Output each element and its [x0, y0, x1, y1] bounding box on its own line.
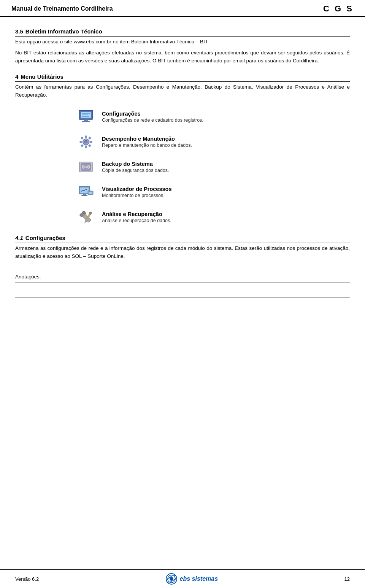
footer-page-number: 12	[344, 576, 350, 582]
list-item: Backup do Sistema Cópia de segurança dos…	[76, 157, 289, 177]
svg-rect-28	[81, 195, 87, 196]
section-35-heading: 3.5 Boletim Informativo Técnico	[15, 28, 350, 37]
section-35-number: 3.5	[15, 28, 23, 35]
anotacoes-line	[15, 283, 350, 283]
anotacoes-line	[15, 290, 350, 290]
visualizador-icon	[76, 182, 96, 202]
backup-desc: Cópia de segurança dos dados.	[102, 168, 169, 173]
page-footer: Versão 6.2 ebs sistemas 12	[0, 569, 365, 588]
bit-para1: No BIT estão relacionadas as alterações …	[15, 49, 350, 65]
svg-rect-16	[88, 144, 91, 147]
header-title: Manual de Treinamento Cordilheira	[11, 5, 113, 12]
section-41-heading: 4.1 Configurações	[15, 235, 350, 243]
desempenho-icon	[76, 132, 96, 152]
visualizador-text: Visualizador de Processos Monitoramento …	[102, 186, 171, 198]
backup-icon	[76, 157, 96, 177]
analise-title: Análise e Recuperação	[102, 211, 171, 217]
svg-rect-15	[81, 144, 83, 147]
anotacoes-lines	[15, 283, 350, 297]
section-4-number: 4	[15, 73, 18, 80]
desempenho-title: Desempenho e Manutenção	[102, 136, 192, 142]
svg-rect-12	[90, 141, 92, 143]
svg-rect-27	[83, 194, 86, 195]
menu-intro: Contém as ferramentas para as Configuraç…	[15, 83, 350, 99]
desempenho-text: Desempenho e Manutenção Reparo e manuten…	[102, 136, 192, 148]
svg-point-21	[83, 166, 84, 168]
ebs-logo-icon	[165, 573, 178, 585]
svg-rect-3	[82, 121, 90, 122]
configuracoes-title: Configurações	[102, 111, 203, 117]
configuracoes-text: Configurações Configurações de rede e ca…	[102, 111, 203, 123]
analise-desc: Análise e recuperação de dados.	[102, 218, 171, 223]
svg-rect-10	[85, 146, 87, 148]
list-item: Desempenho e Manutenção Reparo e manuten…	[76, 132, 289, 152]
page-header: Manual de Treinamento Cordilheira C G S	[0, 0, 365, 17]
svg-rect-13	[81, 137, 83, 139]
main-content: 3.5 Boletim Informativo Técnico Esta opç…	[0, 17, 365, 569]
configuracoes-icon	[76, 107, 96, 127]
desempenho-desc: Reparo e manutenção no banco de dados.	[102, 143, 192, 148]
analise-icon	[76, 207, 96, 227]
svg-point-22	[88, 166, 89, 168]
config-para: Armazena as configurações de rede e a in…	[15, 245, 350, 261]
backup-text: Backup do Sistema Cópia de segurança dos…	[102, 161, 169, 173]
svg-rect-2	[84, 119, 88, 121]
section-35-title: Boletim Informativo Técnico	[25, 28, 102, 35]
section-41-title: Configurações	[25, 235, 65, 241]
bit-intro: Esta opção acessa o site www.ebs.com.br …	[15, 38, 350, 46]
footer-logo-area: ebs sistemas	[165, 573, 218, 585]
svg-point-40	[170, 577, 173, 581]
svg-point-8	[84, 140, 87, 143]
footer-version: Versão 6.2	[15, 576, 39, 582]
section-4-heading: 4 Menu Utilitários	[15, 73, 350, 82]
anotacoes-label: Anotações:	[15, 274, 350, 280]
list-item: Análise e Recuperação Análise e recupera…	[76, 207, 289, 227]
menu-items-container: Configurações Configurações de rede e ca…	[76, 107, 289, 227]
svg-rect-24	[84, 166, 87, 168]
visualizador-desc: Monitoramento de processos.	[102, 193, 171, 198]
anotacoes-line	[15, 297, 350, 297]
section-4-title: Menu Utilitários	[21, 73, 63, 80]
anotacoes-section: Anotações:	[15, 272, 350, 297]
svg-rect-30	[89, 192, 92, 194]
svg-rect-14	[88, 137, 91, 139]
backup-title: Backup do Sistema	[102, 161, 169, 167]
footer-logo-text: ebs sistemas	[180, 575, 218, 582]
svg-rect-11	[80, 141, 82, 143]
svg-rect-9	[85, 136, 87, 138]
section-41-number: 4.1	[15, 235, 23, 241]
header-logo: C G S	[323, 4, 354, 14]
list-item: Visualizador de Processos Monitoramento …	[76, 182, 289, 202]
visualizador-title: Visualizador de Processos	[102, 186, 171, 192]
analise-text: Análise e Recuperação Análise e recupera…	[102, 211, 171, 223]
list-item: Configurações Configurações de rede e ca…	[76, 107, 289, 127]
configuracoes-desc: Configurações de rede e cadastro dos reg…	[102, 118, 203, 123]
